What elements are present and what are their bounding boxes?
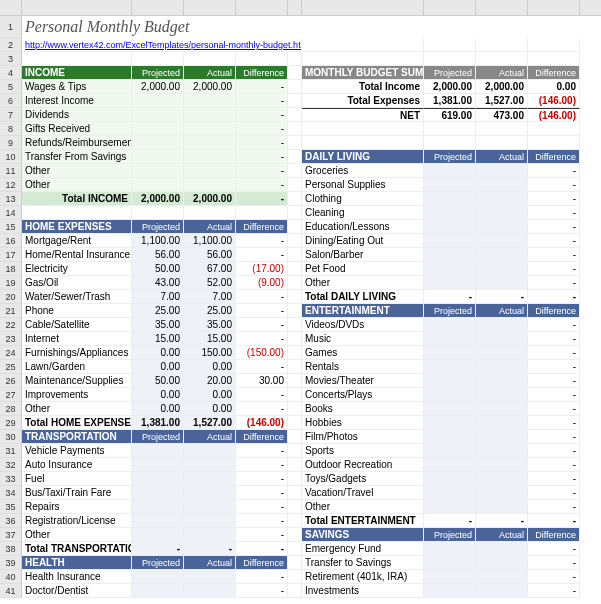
- income-item-label[interactable]: Refunds/Reimbursements: [22, 136, 132, 150]
- cell[interactable]: [132, 528, 184, 542]
- cell[interactable]: [302, 38, 424, 52]
- row-number[interactable]: 26: [0, 374, 22, 388]
- cell[interactable]: [288, 402, 302, 416]
- income-item-label[interactable]: Wages & Tips: [22, 80, 132, 94]
- cell[interactable]: 0.00: [132, 360, 184, 374]
- cell[interactable]: -: [528, 262, 580, 276]
- cell[interactable]: Projected: [424, 150, 476, 164]
- cell[interactable]: [476, 388, 528, 402]
- cell[interactable]: -: [236, 150, 288, 164]
- item-label[interactable]: Other: [22, 402, 132, 416]
- item-label[interactable]: Music: [302, 332, 424, 346]
- cell[interactable]: 35.00: [184, 318, 236, 332]
- item-label[interactable]: Other: [302, 500, 424, 514]
- cell[interactable]: [288, 248, 302, 262]
- cell[interactable]: -: [236, 458, 288, 472]
- cell[interactable]: [424, 164, 476, 178]
- cell[interactable]: [288, 192, 302, 206]
- row-number[interactable]: 38: [0, 542, 22, 556]
- cell[interactable]: -: [424, 290, 476, 304]
- item-label[interactable]: Mortgage/Rent: [22, 234, 132, 248]
- cell[interactable]: [476, 178, 528, 192]
- cell[interactable]: [184, 52, 236, 66]
- row-number[interactable]: 23: [0, 332, 22, 346]
- cell[interactable]: -: [236, 486, 288, 500]
- cell[interactable]: [288, 276, 302, 290]
- cell[interactable]: [184, 122, 236, 136]
- section-header[interactable]: HEALTH: [22, 556, 132, 570]
- row-number[interactable]: 36: [0, 514, 22, 528]
- cell[interactable]: Difference: [528, 66, 580, 80]
- cell[interactable]: [288, 234, 302, 248]
- cell[interactable]: -: [528, 500, 580, 514]
- row-number[interactable]: 4: [0, 66, 22, 80]
- cell[interactable]: -: [236, 290, 288, 304]
- cell[interactable]: [476, 122, 528, 136]
- cell[interactable]: [476, 472, 528, 486]
- cell[interactable]: -: [476, 290, 528, 304]
- cell[interactable]: [424, 136, 476, 150]
- item-label[interactable]: Investments: [302, 584, 424, 598]
- item-label[interactable]: Groceries: [302, 164, 424, 178]
- cell[interactable]: [132, 458, 184, 472]
- item-label[interactable]: Home/Rental Insurance: [22, 248, 132, 262]
- row-number[interactable]: 29: [0, 416, 22, 430]
- cell[interactable]: [236, 52, 288, 66]
- cell[interactable]: [424, 486, 476, 500]
- cell[interactable]: 2,000.00: [132, 192, 184, 206]
- cell[interactable]: 0.00: [184, 402, 236, 416]
- row-number[interactable]: 13: [0, 192, 22, 206]
- cell[interactable]: [132, 584, 184, 598]
- row-number[interactable]: 3: [0, 52, 22, 66]
- cell[interactable]: [424, 192, 476, 206]
- cell[interactable]: 0.00: [184, 388, 236, 402]
- cell[interactable]: [424, 416, 476, 430]
- summary-header[interactable]: MONTHLY BUDGET SUMMARY: [302, 66, 424, 80]
- cell[interactable]: 15.00: [132, 332, 184, 346]
- spreadsheet[interactable]: { "title": "Personal Monthly Budget", "l…: [0, 0, 601, 598]
- cell[interactable]: 0.00: [132, 402, 184, 416]
- cell[interactable]: [424, 402, 476, 416]
- cell[interactable]: 1,100.00: [184, 234, 236, 248]
- cell[interactable]: [184, 94, 236, 108]
- section-header[interactable]: HOME EXPENSES: [22, 220, 132, 234]
- cell[interactable]: -: [236, 248, 288, 262]
- cell[interactable]: [132, 52, 184, 66]
- cell[interactable]: [288, 472, 302, 486]
- cell[interactable]: [288, 514, 302, 528]
- cell[interactable]: [132, 108, 184, 122]
- cell[interactable]: [476, 430, 528, 444]
- item-label[interactable]: Electricity: [22, 262, 132, 276]
- cell[interactable]: 0.00: [184, 360, 236, 374]
- cell[interactable]: 56.00: [184, 248, 236, 262]
- cell[interactable]: -: [528, 234, 580, 248]
- cell[interactable]: [476, 416, 528, 430]
- row-number[interactable]: 22: [0, 318, 22, 332]
- cell[interactable]: [288, 150, 302, 164]
- cell[interactable]: [184, 108, 236, 122]
- cell[interactable]: Projected: [132, 556, 184, 570]
- cell[interactable]: [288, 346, 302, 360]
- cell[interactable]: [302, 52, 424, 66]
- cell[interactable]: -: [236, 80, 288, 94]
- row-number[interactable]: 16: [0, 234, 22, 248]
- cell[interactable]: [288, 570, 302, 584]
- cell[interactable]: -: [236, 192, 288, 206]
- cell[interactable]: -: [528, 430, 580, 444]
- row-number[interactable]: 5: [0, 80, 22, 94]
- cell[interactable]: Actual: [476, 528, 528, 542]
- cell[interactable]: [424, 346, 476, 360]
- cell[interactable]: [288, 206, 302, 220]
- cell[interactable]: Difference: [236, 66, 288, 80]
- cell[interactable]: 25.00: [184, 304, 236, 318]
- cell[interactable]: [184, 584, 236, 598]
- cell[interactable]: [424, 542, 476, 556]
- cell[interactable]: (9.00): [236, 276, 288, 290]
- cell[interactable]: -: [528, 458, 580, 472]
- cell[interactable]: 50.00: [132, 262, 184, 276]
- item-label[interactable]: Vacation/Travel: [302, 486, 424, 500]
- cell[interactable]: 15.00: [184, 332, 236, 346]
- col-F[interactable]: [302, 0, 424, 15]
- cell[interactable]: [476, 500, 528, 514]
- cell[interactable]: [132, 150, 184, 164]
